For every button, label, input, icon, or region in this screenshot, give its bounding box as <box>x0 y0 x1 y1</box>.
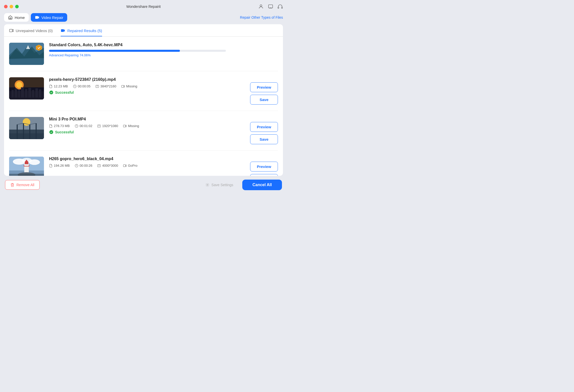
progress-label: Advanced Repairing 74.06% <box>49 53 278 57</box>
video-source-icon <box>123 124 127 128</box>
duration: 00:00:26 <box>75 164 92 167</box>
svg-rect-26 <box>32 90 34 97</box>
save-button[interactable]: Save <box>250 95 278 105</box>
video-meta: 278.73 MB 00:01:02 1920*1080 <box>49 124 245 128</box>
video-thumbnail <box>9 43 44 65</box>
user-icon[interactable] <box>258 4 264 9</box>
resolution-icon <box>97 164 101 167</box>
save-button[interactable]: Save <box>250 174 278 176</box>
svg-point-0 <box>260 5 262 7</box>
preview-button[interactable]: Preview <box>250 122 278 132</box>
title-bar: Wondershare Repairit <box>0 0 287 13</box>
svg-rect-4 <box>10 18 11 19</box>
tab-repaired[interactable]: Repaired Results (5) <box>61 28 102 36</box>
video-tab-icon <box>9 28 14 33</box>
source: GoPro <box>123 164 137 167</box>
file-icon <box>49 85 53 88</box>
video-repair-nav-button[interactable]: Video Repair <box>31 13 67 22</box>
source: Missing <box>121 84 137 88</box>
headset-icon[interactable] <box>277 4 283 9</box>
video-name: H265 gopro_hero6_black_04.mp4 <box>49 157 245 161</box>
preview-button[interactable]: Preview <box>250 82 278 92</box>
video-thumbnail <box>9 77 44 100</box>
chat-icon[interactable] <box>268 4 273 9</box>
svg-rect-5 <box>35 16 38 19</box>
tab-unrepaired[interactable]: Unrepaired Videos (0) <box>9 28 53 36</box>
clock-icon <box>75 164 78 167</box>
svg-rect-16 <box>9 77 44 87</box>
video-name: pexels-henry-5723847 (2160p).mp4 <box>49 77 245 82</box>
save-settings-label: Save Settings <box>211 183 233 187</box>
resolution: 1920*1080 <box>97 124 118 128</box>
repair-other-button[interactable]: Repair Other Types of Files <box>240 15 283 19</box>
home-label: Home <box>15 15 25 20</box>
file-size: 12.23 MB <box>49 84 68 88</box>
svg-rect-10 <box>9 58 44 65</box>
home-icon <box>8 15 13 20</box>
svg-rect-21 <box>15 88 17 97</box>
svg-rect-22 <box>18 89 20 97</box>
clock-icon <box>73 85 77 88</box>
progress-container: Advanced Repairing 74.06% <box>49 50 278 57</box>
video-name: Mini 3 Pro POI.MP4 <box>49 117 245 121</box>
svg-point-18 <box>16 82 22 88</box>
preview-button[interactable]: Preview <box>250 162 278 172</box>
video-item: Standard Colors, Auto, 5.4K-hevc.MP4 Adv… <box>9 37 278 71</box>
file-icon <box>49 124 53 128</box>
video-repair-label: Video Repair <box>41 15 63 20</box>
unrepaired-tab-label: Unrepaired Videos (0) <box>16 29 53 33</box>
svg-rect-7 <box>61 29 64 32</box>
svg-rect-31 <box>122 85 124 87</box>
source: Missing <box>123 124 139 128</box>
minimize-button[interactable] <box>10 5 13 8</box>
video-info: Standard Colors, Auto, 5.4K-hevc.MP4 Adv… <box>49 43 278 59</box>
resolution: 4000*3000 <box>97 164 118 167</box>
resolution-value: 3840*2160 <box>100 84 116 88</box>
progress-bar-background <box>49 50 226 52</box>
resolution-icon <box>97 124 101 128</box>
resolution: 3840*2160 <box>95 84 116 88</box>
svg-rect-23 <box>21 87 24 97</box>
size-value: 194.26 MB <box>54 164 70 167</box>
success-icon <box>49 130 54 134</box>
video-info: H265 gopro_hero6_black_04.mp4 194.26 MB … <box>49 157 245 169</box>
video-icon <box>35 15 39 20</box>
svg-point-53 <box>29 159 40 165</box>
svg-rect-44 <box>9 133 44 139</box>
main-content: Unrepaired Videos (0) Repaired Results (… <box>4 24 283 176</box>
bottom-bar: Remove All Save Settings Cancel All <box>0 176 287 194</box>
save-button[interactable]: Save <box>250 134 278 144</box>
clock-icon <box>75 124 78 128</box>
svg-rect-2 <box>278 7 279 9</box>
tabs: Unrepaired Videos (0) Repaired Results (… <box>4 24 283 37</box>
traffic-lights <box>4 5 19 8</box>
video-item: H265 gopro_hero6_black_04.mp4 194.26 MB … <box>9 151 278 176</box>
home-nav-button[interactable]: Home <box>4 13 29 22</box>
video-info: pexels-henry-5723847 (2160p).mp4 12.23 M… <box>49 77 245 95</box>
duration-value: 00:00:05 <box>78 84 91 88</box>
duration-value: 00:00:26 <box>80 164 92 167</box>
video-meta: 194.26 MB 00:00:26 4000*3000 <box>49 164 245 167</box>
cancel-all-button[interactable]: Cancel All <box>242 180 282 190</box>
video-meta: 12.23 MB 00:00:05 3840*2160 <box>49 84 245 88</box>
file-icon <box>49 164 53 167</box>
remove-all-button[interactable]: Remove All <box>5 180 40 190</box>
video-name: Standard Colors, Auto, 5.4K-hevc.MP4 <box>49 43 278 47</box>
svg-rect-20 <box>12 90 14 97</box>
svg-rect-24 <box>25 89 27 97</box>
maximize-button[interactable] <box>15 5 19 8</box>
nav-left: Home Video Repair <box>4 13 67 22</box>
success-icon <box>49 90 54 95</box>
svg-point-64 <box>207 184 208 185</box>
title-bar-actions <box>258 4 283 9</box>
repair-badge <box>35 44 42 52</box>
svg-rect-60 <box>9 174 44 176</box>
duration: 00:01:02 <box>75 124 92 128</box>
resolution-value: 4000*3000 <box>102 164 118 167</box>
close-button[interactable] <box>4 5 8 8</box>
file-size: 278.73 MB <box>49 124 70 128</box>
duration: 00:00:05 <box>73 84 91 88</box>
source-value: Missing <box>126 84 137 88</box>
action-buttons: Preview Save <box>250 82 278 105</box>
save-settings-button[interactable]: Save Settings <box>200 180 238 189</box>
